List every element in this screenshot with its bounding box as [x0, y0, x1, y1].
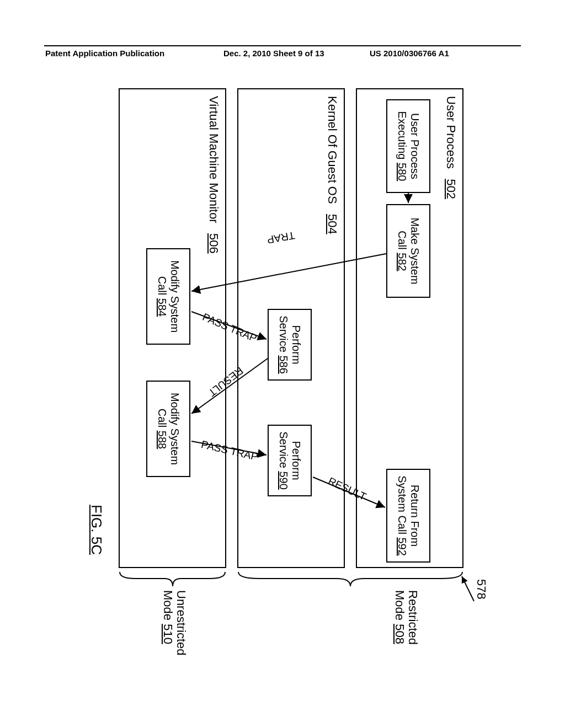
- lane-kernel-title-text: Kernel Of Guest OS: [326, 96, 339, 204]
- lane-kernel-title-num: 504: [326, 214, 339, 234]
- lane-user-title-num: 502: [444, 179, 458, 199]
- step-584: Modify SystemCall 584: [146, 248, 190, 345]
- mode-restricted-label: Restricted Mode 508: [393, 590, 419, 645]
- lane-user-title: User Process 502: [444, 96, 458, 199]
- header-right: US 2010/0306766 A1: [370, 49, 449, 58]
- header-center: Dec. 2, 2010 Sheet 9 of 13: [223, 49, 324, 58]
- ref-number: 578: [474, 579, 488, 599]
- lane-vmm-title-num: 506: [207, 233, 221, 254]
- step-590-label: PerformService 590: [277, 431, 302, 490]
- diagram: 578 User Process 502 Kernel Of Guest: [77, 88, 486, 673]
- lane-kernel-title: Kernel Of Guest OS 504: [325, 96, 339, 234]
- page: Patent Application Publication Dec. 2, 2…: [0, 0, 565, 728]
- header-left: Patent Application Publication: [45, 49, 164, 58]
- brace-restricted-icon: [237, 571, 463, 587]
- step-590: PerformService 590: [268, 425, 312, 496]
- step-584-label: Modify SystemCall 584: [156, 260, 181, 333]
- step-588-label: Modify SystemCall 588: [156, 393, 181, 465]
- header-rule: [44, 45, 521, 46]
- diagram-container: 578 User Process 502 Kernel Of Guest: [77, 88, 486, 673]
- step-580: User ProcessExecuting 580: [386, 99, 430, 193]
- svg-line-0: [462, 576, 474, 601]
- lane-user-title-text: User Process: [444, 96, 458, 169]
- lane-vmm-title-text: Virtual Machine Monitor: [207, 96, 221, 223]
- mode-unrestricted-label: Unrestricted Mode 510: [161, 590, 188, 656]
- lane-vmm-title: Virtual Machine Monitor 506: [206, 96, 221, 254]
- figure-label: FIG. 5C: [88, 505, 105, 555]
- step-588: Modify SystemCall 588: [146, 381, 190, 477]
- step-586: PerformService 586: [268, 309, 312, 381]
- step-582-label: Make SystemCall 582: [396, 217, 421, 284]
- step-592-label: Return FromSystem Call 592: [396, 475, 421, 556]
- brace-unrestricted-icon: [119, 571, 226, 587]
- step-582: Make SystemCall 582: [386, 204, 430, 298]
- step-586-label: PerformService 586: [277, 315, 302, 374]
- step-592: Return FromSystem Call 592: [386, 469, 430, 563]
- step-580-label: User ProcessExecuting 580: [396, 111, 421, 181]
